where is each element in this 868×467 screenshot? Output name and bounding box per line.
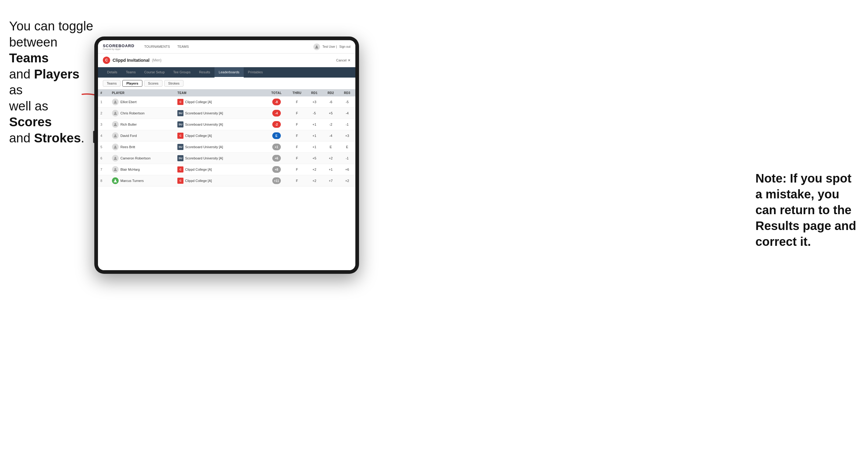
cell-team: CClippd College [A] <box>175 96 265 108</box>
player-avatar <box>112 155 119 161</box>
cell-thru: F <box>288 108 306 119</box>
left-annotation: You can toggle between Teams and Players… <box>9 18 94 146</box>
cell-rank: 7 <box>98 164 110 175</box>
cell-rd3: -5 <box>339 96 355 108</box>
toggle-players-button[interactable]: Players <box>122 80 142 87</box>
toggle-strokes-button[interactable]: Strokes <box>164 80 183 87</box>
score-badge: +8 <box>272 166 281 173</box>
cell-team: CClippd College [A] <box>175 175 265 186</box>
cell-total: -8 <box>265 96 288 108</box>
tournament-name: Clippd Invitational <box>113 58 149 63</box>
cell-player: Rich Butler <box>110 119 175 130</box>
score-badge: +1 <box>272 144 281 150</box>
cell-rank: 8 <box>98 175 110 186</box>
cell-player: Blair McHarg <box>110 164 175 175</box>
player-avatar <box>112 110 119 117</box>
cell-rank: 6 <box>98 153 110 164</box>
toggle-teams-button[interactable]: Teams <box>103 80 121 87</box>
tablet-frame: SCOREBOARD Powered by clippd TOURNAMENTS… <box>94 36 359 274</box>
team-name: Scoreboard University [A] <box>185 145 223 149</box>
cell-rd2: -6 <box>322 96 339 108</box>
svg-point-9 <box>114 180 116 181</box>
col-thru: THRU <box>288 89 306 96</box>
tab-course-setup[interactable]: Course Setup <box>140 67 169 77</box>
cell-thru: F <box>288 164 306 175</box>
cell-rd2: +2 <box>322 153 339 164</box>
cancel-icon: ✕ <box>348 58 350 62</box>
player-name: Blair McHarg <box>121 168 140 171</box>
cell-rank: 5 <box>98 142 110 153</box>
col-rd1: RD1 <box>306 89 322 96</box>
tab-teams[interactable]: Teams <box>122 67 140 77</box>
cell-team: SUScoreboard University [A] <box>175 142 265 153</box>
score-badge: -8 <box>272 99 281 105</box>
cell-total: +6 <box>265 153 288 164</box>
team-logo: C <box>177 178 183 184</box>
table-row: 7Blair McHargCClippd College [A]+8F+2+1+… <box>98 164 355 175</box>
cell-thru: F <box>288 153 306 164</box>
cell-player: Chris Robertson <box>110 108 175 119</box>
score-badge: +11 <box>272 177 281 184</box>
player-avatar <box>112 99 119 105</box>
cell-rd2: -2 <box>322 119 339 130</box>
cell-player: Marcus Turners <box>110 175 175 186</box>
svg-point-1 <box>316 45 317 47</box>
table-row: 8Marcus TurnersCClippd College [A]+11F+2… <box>98 175 355 186</box>
team-logo: C <box>177 99 183 105</box>
cell-rd1: +1 <box>306 130 322 142</box>
cell-rank: 2 <box>98 108 110 119</box>
team-name: Clippd College [A] <box>185 134 212 137</box>
score-badge: E <box>272 132 281 139</box>
table-row: 3Rich ButlerSUScoreboard University [A]-… <box>98 119 355 130</box>
cell-total: +11 <box>265 175 288 186</box>
team-name: Scoreboard University [A] <box>185 156 223 160</box>
team-name: Clippd College [A] <box>185 100 212 104</box>
user-label: Test User | <box>322 45 337 49</box>
cell-team: CClippd College [A] <box>175 130 265 142</box>
nav-tournaments[interactable]: TOURNAMENTS <box>141 40 174 54</box>
cell-rd2: E <box>322 142 339 153</box>
player-avatar <box>112 121 119 128</box>
nav-links: TOURNAMENTS TEAMS <box>141 40 313 54</box>
table-body: 1Elliot EbertCClippd College [A]-8F+3-6-… <box>98 96 355 186</box>
cell-player: David Ford <box>110 130 175 142</box>
tab-printables[interactable]: Printables <box>244 67 267 77</box>
sub-navigation: Details Teams Course Setup Tee Groups Re… <box>98 67 355 77</box>
cancel-label: Cancel <box>336 58 346 62</box>
team-logo: C <box>177 133 183 139</box>
tournament-logo: C <box>103 57 110 64</box>
cancel-button[interactable]: Cancel ✕ <box>336 58 350 62</box>
col-player: PLAYER <box>110 89 175 96</box>
cell-total: +8 <box>265 164 288 175</box>
cell-rd3: +2 <box>339 175 355 186</box>
cell-rd1: +5 <box>306 153 322 164</box>
tab-results[interactable]: Results <box>195 67 215 77</box>
cell-rd3: -1 <box>339 153 355 164</box>
sign-out-link[interactable]: Sign out <box>339 45 350 49</box>
tab-leaderboards[interactable]: Leaderboards <box>215 67 244 77</box>
bold-scores: Scores <box>9 115 52 129</box>
cell-thru: F <box>288 175 306 186</box>
player-avatar <box>112 177 119 184</box>
toggle-scores-button[interactable]: Scores <box>144 80 162 87</box>
nav-teams[interactable]: TEAMS <box>174 40 193 54</box>
player-name: Rees Britt <box>121 145 135 149</box>
tab-tee-groups[interactable]: Tee Groups <box>169 67 195 77</box>
table-row: 1Elliot EbertCClippd College [A]-8F+3-6-… <box>98 96 355 108</box>
svg-point-4 <box>114 123 116 125</box>
player-avatar <box>112 132 119 139</box>
team-logo: SU <box>177 155 183 161</box>
cell-rd1: +1 <box>306 142 322 153</box>
cell-rd2: +1 <box>322 164 339 175</box>
cell-player: Elliot Ebert <box>110 96 175 108</box>
player-name: Elliot Ebert <box>121 100 136 104</box>
cell-team: SUScoreboard University [A] <box>175 108 265 119</box>
team-logo: SU <box>177 144 183 150</box>
cell-rd2: -4 <box>322 130 339 142</box>
svg-point-5 <box>114 134 116 136</box>
tab-details[interactable]: Details <box>103 67 122 77</box>
nav-user-area: Test User | Sign out <box>313 43 350 50</box>
player-name: David Ford <box>121 134 137 137</box>
svg-point-7 <box>114 157 116 158</box>
col-rd2: RD2 <box>322 89 339 96</box>
